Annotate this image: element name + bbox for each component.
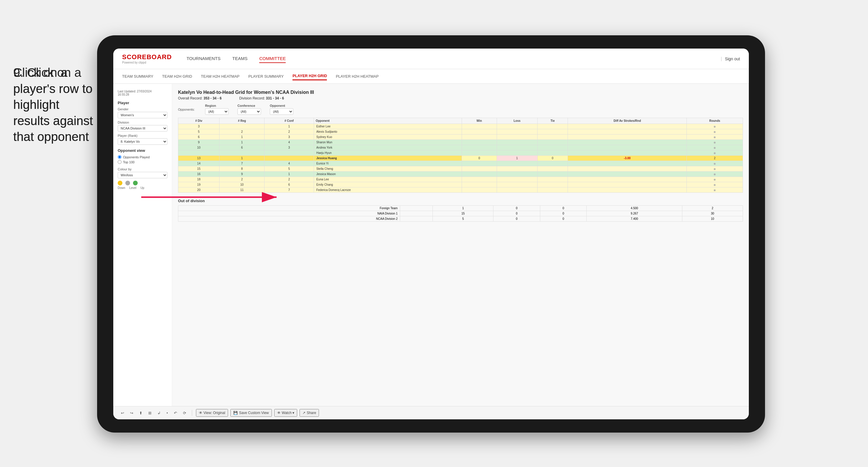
filter-conference: Conference (All) [238,104,261,115]
opponent-view-section: Opponent view Opponents Played Top 100 [118,148,167,164]
bottom-toolbar: ↩ ↪ ⬆ ⊞ ↲ • ↶ ⟳ 👁 View: Original 💾 Save … [113,406,749,419]
grid-records: Overall Record: 353 - 34 - 6 Division Re… [178,96,743,100]
h2h-table: # Div # Reg # Conf Opponent Win Loss Tie… [178,118,743,193]
toolbar-undo[interactable]: ↩ [119,410,126,416]
sub-nav-player-h2h-heatmap[interactable]: PLAYER H2H HEATMAP [336,73,378,80]
opponent-label: Opponent [270,104,293,107]
share-icon: ↗ [303,411,305,415]
region-select[interactable]: (All) [205,108,228,115]
table-row[interactable]: 19106Emily Chang ◉ [178,182,743,187]
division-record: Division Record: 331 - 34 - 6 [239,96,284,100]
top-nav: SCOREBOARD Powered by clippd TOURNAMENTS… [113,49,749,69]
col-diff: Diff Av Strokes/Rnd [568,118,687,124]
colour-label-level: Level [129,186,136,189]
grid-area: Katelyn Vo Head-to-Head Grid for Women's… [172,84,749,406]
ood-title: Out of division [178,199,743,203]
col-conf: # Conf [265,118,314,124]
save-custom-view-btn[interactable]: 💾 Save Custom View [230,409,272,417]
sub-nav-team-summary[interactable]: TEAM SUMMARY [122,73,153,80]
watch-icon: 👁 [277,411,281,415]
nav-item-tournaments[interactable]: TOURNAMENTS [187,55,221,63]
colour-dots [118,181,167,185]
table-row[interactable]: 1585Stella Cheng ◉ [178,166,743,172]
table-row[interactable]: 1691Jessica Mason ◉ [178,172,743,177]
colour-section: Colour by Win/loss Down Level Up [118,167,167,189]
sidebar-player-rank-select[interactable]: 8. Katelyn Vo [118,138,167,145]
opponents-label: Opponents: [178,108,195,111]
table-row[interactable]: 914Sharon Mun ◉ [178,140,743,145]
sidebar-timestamp: Last Updated: 27/03/2024 16:55:28 [118,90,167,96]
filters-row: Opponents: Region (All) Conference (All)… [178,104,743,115]
toolbar-enter[interactable]: ↲ [156,410,162,416]
sidebar-division-label: Division [118,121,167,124]
logo-area: SCOREBOARD Powered by clippd [122,53,172,64]
toolbar-cycle[interactable]: ⟳ [181,410,188,416]
table-row-highlighted[interactable]: 131Jessica Huang 0 1 0 -3.00 2 [178,156,743,161]
region-label: Region [205,104,228,107]
colour-dot-up [133,181,138,185]
toolbar-refresh[interactable]: ↶ [172,410,179,416]
col-reg: # Reg [219,118,265,124]
ood-row[interactable]: Foreign Team 100 4.5002 [178,206,743,211]
sidebar-division-select[interactable]: NCAA Division III [118,125,167,131]
nav-item-teams[interactable]: TEAMS [232,55,247,63]
table-row[interactable]: 613Sydney Kuo ◉ [178,134,743,140]
tablet-screen: SCOREBOARD Powered by clippd TOURNAMENTS… [113,49,749,419]
toolbar-grid[interactable]: ⊞ [147,410,153,416]
colour-dot-down [118,181,122,185]
table-row[interactable]: 1822Euna Lee ◉ [178,177,743,182]
watch-btn[interactable]: 👁 Watch ▾ [274,409,298,417]
grid-title: Katelyn Vo Head-to-Head Grid for Women's… [178,90,743,95]
table-row[interactable]: 20117Federica Domecq Lacroze ◉ [178,187,743,193]
colour-dot-level [125,181,130,185]
sub-nav-player-summary[interactable]: PLAYER SUMMARY [248,73,284,80]
sub-nav: TEAM SUMMARY TEAM H2H GRID TEAM H2H HEAT… [113,69,749,84]
toolbar-redo[interactable]: ↪ [128,410,135,416]
sub-nav-player-h2h-grid[interactable]: PLAYER H2H GRID [292,72,327,80]
conference-select[interactable]: (All) [238,108,261,115]
nav-item-committee[interactable]: COMMITTEE [259,55,286,63]
ood-row[interactable]: NCAA Division 2 500 7.40010 [178,216,743,222]
tablet-frame: SCOREBOARD Powered by clippd TOURNAMENTS… [97,35,765,433]
sidebar-gender-select[interactable]: Women's [118,112,167,118]
filter-region: Region (All) [205,104,228,115]
table-row[interactable]: 1474Eunice Yi ◉ [178,161,743,166]
col-opponent: Opponent [314,118,462,124]
colour-by-label: Colour by [118,167,167,171]
radio-opponents-played[interactable]: Opponents Played [118,155,167,159]
sub-nav-team-h2h-grid[interactable]: TEAM H2H GRID [162,73,192,80]
table-row[interactable]: 522Alexis Sudjianto ◉ [178,129,743,134]
opponent-select[interactable]: (All) [270,108,293,115]
colour-label-up: Up [141,186,144,189]
sub-nav-team-h2h-heatmap[interactable]: TEAM H2H HEATMAP [201,73,240,80]
ood-row[interactable]: NAIA Division 1 1500 9.26730 [178,211,743,216]
share-btn[interactable]: ↗ Share [300,409,319,417]
sidebar-gender-label: Gender [118,107,167,111]
table-row[interactable]: 31Esther Lee ◉ [178,124,743,129]
table-row[interactable]: Haeju Hyun ◉ [178,150,743,156]
view-original-btn[interactable]: 👁 View: Original [196,409,228,417]
instruction-number: 9. Click on a player's row to highlight … [13,65,96,145]
save-icon: 💾 [233,411,238,415]
sidebar-section-player: Player [118,101,167,105]
toolbar-dot[interactable]: • [165,410,170,416]
nav-items: TOURNAMENTS TEAMS COMMITTEE [187,55,721,63]
toolbar-up[interactable]: ⬆ [137,410,144,416]
col-rounds: Rounds [687,118,743,124]
col-win: Win [462,118,497,124]
logo-text: SCOREBOARD [122,53,172,61]
colour-by-select[interactable]: Win/loss [118,172,167,178]
logo-sub: Powered by clippd [122,61,172,64]
view-original-icon: 👁 [199,411,203,415]
conference-label: Conference [238,104,261,107]
toolbar-separator [192,410,192,416]
col-tie: Tie [537,118,568,124]
col-loss: Loss [497,118,537,124]
radio-top100[interactable]: Top 100 [118,160,167,164]
main-content: Last Updated: 27/03/2024 16:55:28 Player… [113,84,749,406]
ood-table: Foreign Team 100 4.5002 NAIA Division 1 … [178,206,743,222]
opponent-view-title: Opponent view [118,148,167,153]
table-row[interactable]: 1063Andrea York ◉ [178,145,743,150]
sign-out-link[interactable]: Sign out [725,57,740,61]
sidebar-player-rank-label: Player (Rank) [118,134,167,137]
